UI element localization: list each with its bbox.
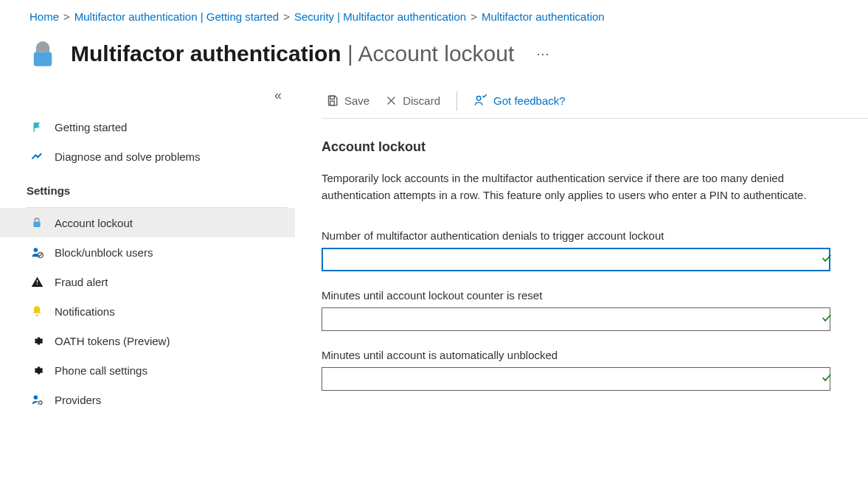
sidebar-item-label: Block/unblock users (55, 246, 153, 259)
sidebar-item-label: OATH tokens (Preview) (55, 335, 170, 347)
denial-count-input[interactable] (322, 248, 830, 271)
toolbar: Save Discard Got feedback? (322, 85, 868, 119)
sidebar-item-account-lockout[interactable]: Account lockout (0, 208, 295, 237)
breadcrumb: Home > Multifactor authentication | Gett… (0, 0, 868, 30)
sidebar-item-label: Account lockout (55, 217, 133, 229)
alert-icon (29, 274, 44, 289)
svg-point-11 (476, 97, 481, 101)
sidebar-item-label: Providers (55, 394, 101, 406)
user-block-icon (29, 245, 44, 260)
page-title: Multifactor authentication | Account loc… (71, 41, 514, 66)
field-denial-count: Number of multifactor authentication den… (322, 229, 839, 271)
breadcrumb-sep: > (63, 10, 70, 23)
section-description: Temporarily lock accounts in the multifa… (322, 170, 823, 204)
close-icon (386, 95, 397, 106)
breadcrumb-link-security-mfa[interactable]: Security | Multifactor authentication (294, 10, 466, 23)
bell-icon (29, 304, 44, 319)
svg-rect-0 (34, 52, 52, 66)
tools-icon (29, 149, 44, 164)
save-button-label: Save (344, 94, 369, 107)
sidebar-section-settings: Settings (0, 171, 295, 204)
sidebar-item-label: Notifications (55, 305, 115, 318)
page-header: Multifactor authentication | Account loc… (0, 30, 868, 85)
section-title: Account lockout (322, 139, 839, 155)
flag-icon (29, 119, 44, 134)
field-label: Minutes until account is automatically u… (322, 349, 839, 361)
sidebar-item-label: Phone call settings (55, 364, 147, 377)
field-reset-minutes: Minutes until account lockout counter is… (322, 289, 839, 331)
feedback-button-label: Got feedback? (493, 94, 566, 107)
feedback-icon (473, 94, 487, 108)
sidebar-item-diagnose[interactable]: Diagnose and solve problems (0, 142, 295, 171)
breadcrumb-link-mfa-getting-started[interactable]: Multifactor authentication | Getting sta… (74, 10, 279, 23)
content-area: Account lockout Temporarily lock account… (322, 119, 868, 423)
sidebar-item-notifications[interactable]: Notifications (0, 296, 295, 326)
main-content: Save Discard Got feedback? (295, 85, 868, 423)
sidebar-item-label: Fraud alert (55, 276, 108, 288)
field-unblock-minutes: Minutes until account is automatically u… (322, 349, 839, 391)
svg-rect-8 (330, 101, 335, 105)
breadcrumb-link-home[interactable]: Home (29, 10, 59, 23)
sidebar-item-label: Getting started (55, 121, 127, 133)
save-button[interactable]: Save (322, 91, 374, 110)
lock-icon (27, 38, 59, 70)
reset-minutes-input[interactable] (322, 307, 830, 331)
gear-icon (29, 333, 44, 348)
sidebar-item-oath-tokens[interactable]: OATH tokens (Preview) (0, 326, 295, 355)
collapse-sidebar-button[interactable]: « (0, 85, 295, 112)
sidebar-item-providers[interactable]: Providers (0, 385, 295, 414)
lock-icon (29, 215, 44, 230)
field-label: Minutes until account lockout counter is… (322, 289, 839, 302)
breadcrumb-sep: > (471, 10, 477, 23)
page-title-main: Multifactor authentication (71, 41, 341, 66)
svg-line-4 (38, 253, 41, 256)
sidebar-item-label: Diagnose and solve problems (55, 150, 201, 163)
gear-icon (29, 363, 44, 378)
sidebar: « Getting started Diagnose and solve pro… (0, 85, 295, 423)
svg-rect-7 (330, 96, 335, 99)
sidebar-item-phone-call[interactable]: Phone call settings (0, 355, 295, 385)
svg-rect-1 (33, 222, 40, 227)
breadcrumb-link-mfa[interactable]: Multifactor authentication (482, 10, 605, 23)
feedback-button[interactable]: Got feedback? (469, 91, 570, 111)
svg-point-2 (33, 248, 38, 252)
save-icon (326, 94, 338, 107)
discard-button-label: Discard (403, 94, 440, 107)
breadcrumb-sep: > (283, 10, 290, 23)
sidebar-item-block-unblock[interactable]: Block/unblock users (0, 237, 295, 267)
unblock-minutes-input[interactable] (322, 367, 830, 391)
field-label: Number of multifactor authentication den… (322, 229, 839, 242)
discard-button[interactable]: Discard (381, 91, 445, 110)
more-button[interactable]: ⋯ (530, 43, 557, 65)
page-title-sub: | Account lockout (347, 41, 514, 66)
svg-point-5 (33, 395, 38, 400)
user-gear-icon (29, 392, 44, 407)
toolbar-divider (456, 91, 457, 111)
sidebar-item-getting-started[interactable]: Getting started (0, 112, 295, 142)
sidebar-item-fraud-alert[interactable]: Fraud alert (0, 267, 295, 296)
